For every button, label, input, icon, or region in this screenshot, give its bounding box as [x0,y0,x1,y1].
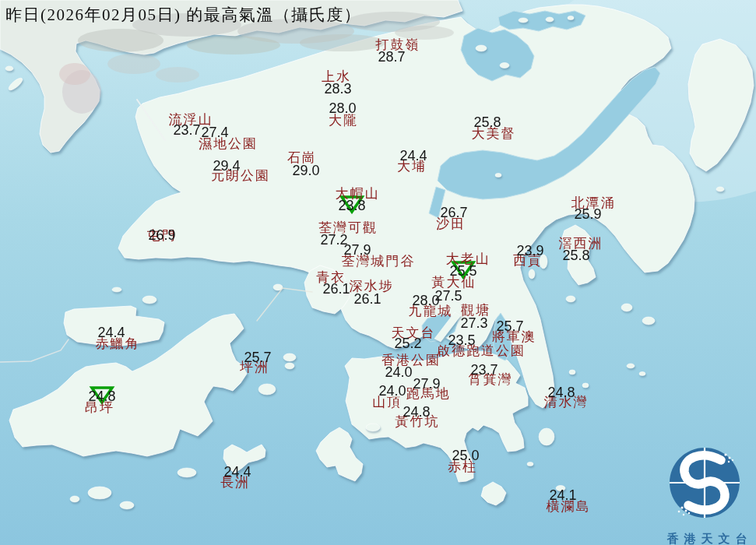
station-value-label: 29.0 [292,164,319,178]
station-value-label: 26.1 [322,282,350,296]
station-value-label: 23.9 [516,244,543,258]
station-value-label: 24.0 [385,365,412,379]
station-value-label: 26.1 [353,292,381,306]
page-title: 昨日(2026年02月05日) 的最高氣溫（攝氏度） [5,4,361,26]
station-value-label: 27.9 [413,377,440,391]
station-name-label: 深水埗 [350,280,394,293]
station-value-label: 28.3 [324,82,351,96]
station-value-label: 28.0 [329,101,356,115]
station-value-label: 27.4 [201,125,228,139]
station-value-label: 24.4 [223,465,251,479]
station-value-label: 25.8 [562,248,589,262]
station-value-label: 25.2 [394,336,421,350]
hko-logo-name-zh: 香港天文台 [638,532,756,545]
station-value-label: 24.8 [88,389,115,403]
station-name-label: 黃大仙 [432,276,476,289]
station-value-label: 26.9 [148,228,175,242]
station-value-label: 29.4 [213,159,240,173]
hko-logo-mark [638,440,756,527]
station-value-label: 24.8 [403,405,430,419]
station-value-label: 27.9 [343,243,371,257]
station-value-label: 27.3 [460,316,487,330]
station-name-label: 石崗 [287,151,317,164]
hko-logo: 香港天文台 HONG KONG OBSERVATORY [638,440,756,545]
station-value-label: 25.7 [244,350,271,364]
crooked-harbour [498,11,585,31]
station-value-label: 25.0 [452,448,479,462]
station-name-label: 觀塘 [461,304,491,317]
hko-temperature-map-page: 昨日(2026年02月05日) 的最高氣溫（攝氏度） 打鼓嶺28.7上水28.3… [0,0,756,545]
station-value-label: 23.8 [338,199,365,213]
station-value-label: 26.7 [440,206,467,220]
station-value-label: 23.7 [173,123,200,137]
station-value-label: 24.4 [97,325,125,339]
station-value-label: 28.0 [412,294,439,308]
station-value-label: 25.9 [574,207,601,221]
station-value-label: 23.7 [470,363,498,377]
station-value-label: 24.1 [549,488,576,502]
station-value-label: 24.4 [399,149,427,163]
station-value-label: 24.8 [547,385,575,399]
station-value-label: 25.8 [473,115,501,129]
station-value-label: 25.7 [496,319,523,333]
station-value-label: 24.0 [378,384,406,398]
station-value-label: 23.5 [448,333,475,347]
station-value-label: 28.7 [378,50,405,64]
